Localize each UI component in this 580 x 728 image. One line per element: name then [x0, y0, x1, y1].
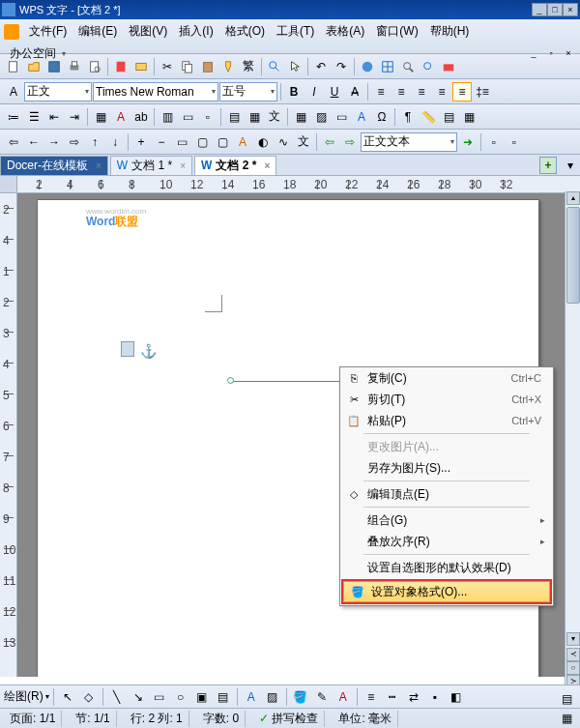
3d-button[interactable]: ◧ — [447, 687, 466, 707]
select-button[interactable] — [285, 57, 304, 76]
text-box-button[interactable]: ▭ — [332, 107, 351, 127]
ctx-save-as-pic[interactable]: 另存为图片(S)... — [340, 457, 553, 479]
gridlines-button[interactable]: ▦ — [459, 107, 478, 127]
prev-button[interactable]: ⇦ — [320, 132, 339, 152]
menu-help[interactable]: 帮助(H) — [424, 21, 476, 42]
ctx-order[interactable]: 叠放次序(R)▸ — [340, 531, 553, 552]
mdi-minimize-button[interactable]: _ — [526, 47, 541, 61]
scroll-thumb[interactable] — [566, 207, 580, 304]
bullets-button[interactable]: ≔ — [4, 107, 23, 127]
insert-wordart-button[interactable]: A — [242, 687, 261, 707]
wrap-around-button[interactable]: ▭ — [172, 132, 191, 152]
line-style-button[interactable]: ≡ — [362, 687, 381, 707]
italic-button[interactable]: I — [304, 82, 324, 102]
status-spellcheck[interactable]: ✓ 拼写检查 — [253, 711, 325, 727]
menu-table[interactable]: 表格(A) — [320, 21, 370, 42]
demote-button[interactable]: ⇨ — [65, 132, 84, 152]
close-button[interactable]: × — [563, 3, 578, 16]
move-up-button[interactable]: ↑ — [85, 132, 104, 152]
ctx-copy[interactable]: ⎘复制(C)Ctrl+C — [340, 367, 553, 389]
outline-level-combo[interactable]: 正文文本▾ — [361, 132, 457, 152]
arrow-tool-button[interactable]: ↘ — [129, 687, 148, 707]
font-color2-button[interactable]: A — [334, 687, 353, 707]
view-outline-button[interactable]: ▦ — [557, 709, 576, 728]
orientation-button[interactable]: ▭ — [178, 107, 197, 127]
goto-button[interactable]: ➜ — [458, 132, 478, 152]
arrow-style-button[interactable]: ⇄ — [404, 687, 423, 707]
more2-button[interactable]: ▫ — [505, 132, 524, 152]
line-spacing-button[interactable]: ‡≡ — [473, 82, 492, 102]
minimize-button[interactable]: _ — [532, 3, 547, 16]
ctx-default-effect[interactable]: 设置自选图形的默认效果(D) — [340, 557, 553, 578]
menu-window[interactable]: 窗口(W) — [370, 21, 423, 42]
more1-button[interactable]: ▫ — [484, 132, 504, 152]
tab-doc1[interactable]: W文档 1 *× — [110, 156, 192, 175]
textbox-tool-button[interactable]: ▣ — [192, 687, 212, 707]
align-distribute-button[interactable]: ≡ — [452, 82, 472, 102]
bold-button[interactable]: B — [284, 82, 304, 102]
chinese-convert-button[interactable]: 繁 — [239, 57, 258, 76]
print-preview-button[interactable] — [85, 57, 104, 76]
horizontal-ruler[interactable]: 2468101214161820222426283032 — [0, 176, 580, 193]
highlight-button[interactable]: ab — [131, 107, 151, 127]
find-button[interactable] — [265, 57, 284, 76]
new-button[interactable] — [4, 57, 23, 76]
menu-format[interactable]: 格式(O) — [219, 21, 271, 42]
select-objects-button[interactable]: ↖ — [58, 687, 77, 707]
shadow-button[interactable]: ▪ — [425, 687, 445, 707]
paste-button[interactable] — [198, 57, 218, 76]
columns-button[interactable]: ▥ — [158, 107, 177, 127]
promote-button[interactable]: ⇦ — [4, 132, 23, 152]
equation-button[interactable]: ∿ — [274, 132, 293, 152]
menu-file[interactable]: 文件(F) — [23, 21, 72, 42]
print-button[interactable] — [65, 57, 84, 76]
copy-button[interactable] — [178, 57, 197, 76]
restore-button[interactable]: □ — [547, 3, 563, 16]
scroll-up-button[interactable]: ▴ — [566, 191, 580, 205]
insert-table-button[interactable]: ▦ — [291, 107, 310, 127]
ctx-cut[interactable]: ✂剪切(T)Ctrl+X — [340, 389, 553, 410]
spell-button[interactable] — [398, 57, 418, 76]
ctx-object-format[interactable]: 🪣设置对象格式(O)... — [343, 581, 550, 602]
open-button[interactable] — [24, 57, 44, 76]
status-unit[interactable]: 单位: 毫米 — [333, 711, 398, 727]
line-color-button[interactable]: ✎ — [312, 687, 332, 707]
vertical-scrollbar[interactable]: ▴ ▾ ≺ ○ ≻ — [565, 191, 580, 688]
nav-button[interactable]: ▤ — [439, 107, 458, 127]
align-justify-button[interactable]: ≡ — [432, 82, 451, 102]
vtextbox-tool-button[interactable]: ▤ — [214, 687, 233, 707]
mail-button[interactable] — [131, 57, 151, 76]
format-painter-button[interactable] — [218, 57, 238, 76]
demote1-button[interactable]: → — [44, 132, 64, 152]
font-color-button[interactable]: A — [111, 107, 130, 127]
strikethrough-button[interactable]: A̶ — [345, 82, 364, 102]
textbox2-button[interactable]: ▢ — [213, 132, 232, 152]
underline-button[interactable]: U — [325, 82, 344, 102]
align-center-button[interactable]: ≡ — [392, 82, 411, 102]
align-left-button[interactable]: ≡ — [371, 82, 391, 102]
fill-color-button[interactable]: 🪣 — [291, 687, 310, 707]
tab-doc2[interactable]: W文档 2 *× — [194, 156, 276, 175]
expand-button[interactable]: + — [131, 132, 151, 152]
undo-button[interactable]: ↶ — [311, 57, 331, 76]
show-para-button[interactable]: ¶ — [398, 107, 418, 127]
border-button[interactable]: ▦ — [91, 107, 110, 127]
shape-handle-start[interactable] — [227, 377, 234, 384]
wps-icon[interactable] — [4, 24, 19, 40]
text-direction-button[interactable]: 文 — [265, 107, 284, 127]
close-icon[interactable]: × — [96, 160, 102, 171]
status-wordcount[interactable]: 字数: 0 — [197, 711, 246, 727]
insert-pic-button[interactable]: ▨ — [311, 107, 331, 127]
page-setup-button[interactable]: ▫ — [198, 107, 218, 127]
mdi-restore-button[interactable]: ▫ — [543, 47, 559, 61]
menu-insert[interactable]: 插入(I) — [173, 21, 218, 42]
view-print-button[interactable]: ▤ — [557, 689, 576, 709]
dropcap-button[interactable]: 文 — [294, 132, 313, 152]
align-right-button[interactable]: ≡ — [412, 82, 431, 102]
cut-button[interactable]: ✂ — [158, 57, 177, 76]
collapse-button[interactable]: − — [152, 132, 171, 152]
wordart-button[interactable]: A — [352, 107, 371, 127]
oval-tool-button[interactable]: ○ — [171, 687, 190, 707]
dash-style-button[interactable]: ┅ — [383, 687, 402, 707]
chart-button[interactable]: ◐ — [253, 132, 273, 152]
